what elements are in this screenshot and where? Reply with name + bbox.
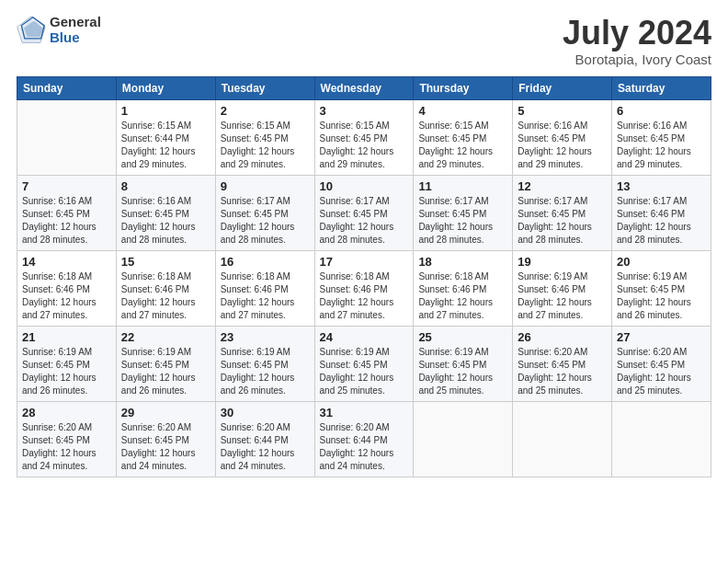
table-row — [17, 99, 117, 175]
table-row: 6Sunrise: 6:16 AM Sunset: 6:45 PM Daylig… — [612, 99, 711, 175]
table-row: 11Sunrise: 6:17 AM Sunset: 6:45 PM Dayli… — [414, 175, 513, 250]
logo-icon — [17, 16, 46, 45]
table-row: 28Sunrise: 6:20 AM Sunset: 6:45 PM Dayli… — [17, 401, 117, 477]
table-row — [612, 401, 711, 477]
table-row: 29Sunrise: 6:20 AM Sunset: 6:45 PM Dayli… — [116, 401, 215, 477]
day-info: Sunrise: 6:20 AM Sunset: 6:44 PM Dayligh… — [221, 421, 310, 473]
col-saturday: Saturday — [612, 76, 711, 99]
day-info: Sunrise: 6:19 AM Sunset: 6:45 PM Dayligh… — [221, 346, 310, 397]
day-number: 4 — [418, 104, 507, 118]
day-number: 30 — [221, 406, 310, 419]
table-row: 19Sunrise: 6:19 AM Sunset: 6:46 PM Dayli… — [513, 250, 612, 326]
day-info: Sunrise: 6:20 AM Sunset: 6:45 PM Dayligh… — [518, 346, 607, 397]
month-title: July 2024 — [563, 15, 711, 52]
day-info: Sunrise: 6:16 AM Sunset: 6:45 PM Dayligh… — [22, 195, 111, 247]
table-row: 21Sunrise: 6:19 AM Sunset: 6:45 PM Dayli… — [17, 326, 117, 401]
day-info: Sunrise: 6:19 AM Sunset: 6:45 PM Dayligh… — [617, 270, 706, 322]
table-row: 31Sunrise: 6:20 AM Sunset: 6:44 PM Dayli… — [314, 401, 414, 477]
calendar-header-row: Sunday Monday Tuesday Wednesday Thursday… — [17, 76, 711, 99]
day-number: 12 — [518, 179, 607, 193]
calendar-table: Sunday Monday Tuesday Wednesday Thursday… — [17, 76, 711, 477]
table-row: 26Sunrise: 6:20 AM Sunset: 6:45 PM Dayli… — [513, 326, 612, 401]
day-info: Sunrise: 6:18 AM Sunset: 6:46 PM Dayligh… — [121, 270, 210, 322]
table-row: 3Sunrise: 6:15 AM Sunset: 6:45 PM Daylig… — [314, 99, 414, 175]
col-friday: Friday — [513, 76, 612, 99]
table-row: 24Sunrise: 6:19 AM Sunset: 6:45 PM Dayli… — [314, 326, 414, 401]
day-info: Sunrise: 6:19 AM Sunset: 6:45 PM Dayligh… — [418, 346, 507, 397]
table-row: 12Sunrise: 6:17 AM Sunset: 6:45 PM Dayli… — [513, 175, 612, 250]
day-info: Sunrise: 6:17 AM Sunset: 6:45 PM Dayligh… — [221, 195, 310, 247]
day-number: 20 — [617, 255, 706, 269]
day-number: 22 — [121, 330, 210, 344]
col-monday: Monday — [116, 76, 215, 99]
table-row: 20Sunrise: 6:19 AM Sunset: 6:45 PM Dayli… — [612, 250, 711, 326]
col-thursday: Thursday — [414, 76, 513, 99]
day-info: Sunrise: 6:19 AM Sunset: 6:45 PM Dayligh… — [320, 346, 409, 397]
day-info: Sunrise: 6:19 AM Sunset: 6:46 PM Dayligh… — [518, 270, 607, 322]
table-row: 4Sunrise: 6:15 AM Sunset: 6:45 PM Daylig… — [414, 99, 513, 175]
table-row: 14Sunrise: 6:18 AM Sunset: 6:46 PM Dayli… — [17, 250, 117, 326]
table-row: 16Sunrise: 6:18 AM Sunset: 6:46 PM Dayli… — [215, 250, 314, 326]
table-row: 7Sunrise: 6:16 AM Sunset: 6:45 PM Daylig… — [17, 175, 117, 250]
day-info: Sunrise: 6:18 AM Sunset: 6:46 PM Dayligh… — [22, 270, 111, 322]
day-number: 29 — [121, 406, 210, 419]
table-row: 17Sunrise: 6:18 AM Sunset: 6:46 PM Dayli… — [314, 250, 414, 326]
day-number: 10 — [320, 179, 409, 193]
table-row: 23Sunrise: 6:19 AM Sunset: 6:45 PM Dayli… — [215, 326, 314, 401]
day-info: Sunrise: 6:17 AM Sunset: 6:46 PM Dayligh… — [617, 195, 706, 247]
day-info: Sunrise: 6:20 AM Sunset: 6:45 PM Dayligh… — [121, 421, 210, 473]
table-row — [513, 401, 612, 477]
day-info: Sunrise: 6:17 AM Sunset: 6:45 PM Dayligh… — [418, 195, 507, 247]
day-info: Sunrise: 6:18 AM Sunset: 6:46 PM Dayligh… — [320, 270, 409, 322]
table-row: 15Sunrise: 6:18 AM Sunset: 6:46 PM Dayli… — [116, 250, 215, 326]
day-number: 6 — [617, 104, 706, 118]
col-tuesday: Tuesday — [215, 76, 314, 99]
logo-text: General Blue — [50, 15, 101, 45]
day-number: 24 — [320, 330, 409, 344]
table-row: 2Sunrise: 6:15 AM Sunset: 6:45 PM Daylig… — [215, 99, 314, 175]
col-sunday: Sunday — [17, 76, 117, 99]
header: General Blue July 2024 Borotapia, Ivory … — [17, 15, 711, 67]
table-row: 9Sunrise: 6:17 AM Sunset: 6:45 PM Daylig… — [215, 175, 314, 250]
day-number: 5 — [518, 104, 607, 118]
day-number: 8 — [121, 179, 210, 193]
table-row: 5Sunrise: 6:16 AM Sunset: 6:45 PM Daylig… — [513, 99, 612, 175]
table-row: 30Sunrise: 6:20 AM Sunset: 6:44 PM Dayli… — [215, 401, 314, 477]
day-info: Sunrise: 6:15 AM Sunset: 6:44 PM Dayligh… — [121, 120, 210, 171]
table-row: 8Sunrise: 6:16 AM Sunset: 6:45 PM Daylig… — [116, 175, 215, 250]
logo: General Blue — [17, 15, 101, 45]
day-number: 7 — [22, 179, 111, 193]
day-info: Sunrise: 6:16 AM Sunset: 6:45 PM Dayligh… — [518, 120, 607, 171]
day-number: 11 — [418, 179, 507, 193]
day-info: Sunrise: 6:16 AM Sunset: 6:45 PM Dayligh… — [617, 120, 706, 171]
table-row: 27Sunrise: 6:20 AM Sunset: 6:45 PM Dayli… — [612, 326, 711, 401]
calendar-week-row: 21Sunrise: 6:19 AM Sunset: 6:45 PM Dayli… — [17, 326, 711, 401]
location: Borotapia, Ivory Coast — [563, 52, 711, 67]
day-info: Sunrise: 6:16 AM Sunset: 6:45 PM Dayligh… — [121, 195, 210, 247]
day-number: 2 — [221, 104, 310, 118]
day-number: 31 — [320, 406, 409, 419]
calendar-week-row: 1Sunrise: 6:15 AM Sunset: 6:44 PM Daylig… — [17, 99, 711, 175]
col-wednesday: Wednesday — [314, 76, 414, 99]
day-info: Sunrise: 6:18 AM Sunset: 6:46 PM Dayligh… — [418, 270, 507, 322]
day-info: Sunrise: 6:15 AM Sunset: 6:45 PM Dayligh… — [320, 120, 409, 171]
table-row: 18Sunrise: 6:18 AM Sunset: 6:46 PM Dayli… — [414, 250, 513, 326]
table-row: 22Sunrise: 6:19 AM Sunset: 6:45 PM Dayli… — [116, 326, 215, 401]
day-number: 28 — [22, 406, 111, 419]
day-info: Sunrise: 6:18 AM Sunset: 6:46 PM Dayligh… — [221, 270, 310, 322]
calendar-week-row: 7Sunrise: 6:16 AM Sunset: 6:45 PM Daylig… — [17, 175, 711, 250]
day-number: 26 — [518, 330, 607, 344]
day-info: Sunrise: 6:15 AM Sunset: 6:45 PM Dayligh… — [221, 120, 310, 171]
calendar-week-row: 14Sunrise: 6:18 AM Sunset: 6:46 PM Dayli… — [17, 250, 711, 326]
page: General Blue July 2024 Borotapia, Ivory … — [0, 0, 728, 563]
day-number: 21 — [22, 330, 111, 344]
day-info: Sunrise: 6:17 AM Sunset: 6:45 PM Dayligh… — [518, 195, 607, 247]
day-number: 23 — [221, 330, 310, 344]
table-row — [414, 401, 513, 477]
day-info: Sunrise: 6:20 AM Sunset: 6:45 PM Dayligh… — [22, 421, 111, 473]
day-info: Sunrise: 6:20 AM Sunset: 6:44 PM Dayligh… — [320, 421, 409, 473]
day-number: 1 — [121, 104, 210, 118]
day-number: 18 — [418, 255, 507, 269]
day-number: 16 — [221, 255, 310, 269]
day-number: 15 — [121, 255, 210, 269]
